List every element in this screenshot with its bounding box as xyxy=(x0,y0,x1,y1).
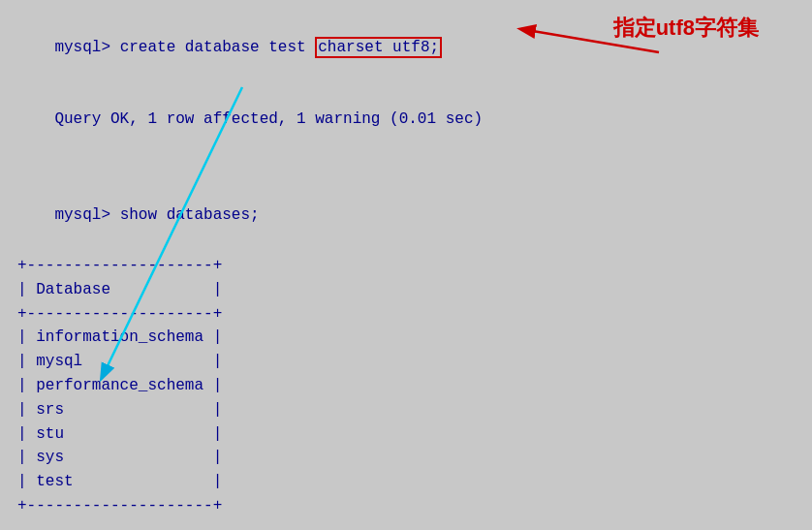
table-row-7: | test | xyxy=(17,470,795,494)
table-bottom: +--------------------+ xyxy=(17,494,795,518)
table-row-1: | information_schema | xyxy=(17,326,795,350)
table-row-5: | stu | xyxy=(17,422,795,447)
table-row-6: | sys | xyxy=(17,446,795,470)
table-row-3: | performance_schema | xyxy=(17,374,795,398)
command-text-2: show databases; xyxy=(120,206,260,224)
prompt-2: mysql> xyxy=(54,206,119,224)
rows-output: 7 rows in set (0.00 sec) xyxy=(17,518,795,530)
terminal: mysql> create database test charset utf8… xyxy=(0,0,812,530)
annotation-text: 指定utf8字符集 xyxy=(613,16,759,40)
output-line-1: Query OK, 1 row affected, 1 warning (0.0… xyxy=(17,83,795,155)
database-table: +--------------------+ | Database | +---… xyxy=(17,254,795,518)
table-sep: +--------------------+ xyxy=(17,302,795,327)
blank-1 xyxy=(17,156,795,180)
output-text-1: Query OK, 1 row affected, 1 warning (0.0… xyxy=(54,110,483,128)
command-line-2: mysql> show databases; xyxy=(17,180,795,252)
table-row-2: | mysql | xyxy=(17,350,795,374)
table-row-4: | srs | xyxy=(17,398,795,422)
charset-highlight: charset utf8; xyxy=(315,37,442,58)
annotation-label: 指定utf8字符集 xyxy=(613,14,759,43)
table-header: | Database | xyxy=(17,278,795,302)
command-text-1: create database test xyxy=(120,39,316,56)
table-top: +--------------------+ xyxy=(17,254,795,278)
prompt-1: mysql> xyxy=(54,39,119,56)
